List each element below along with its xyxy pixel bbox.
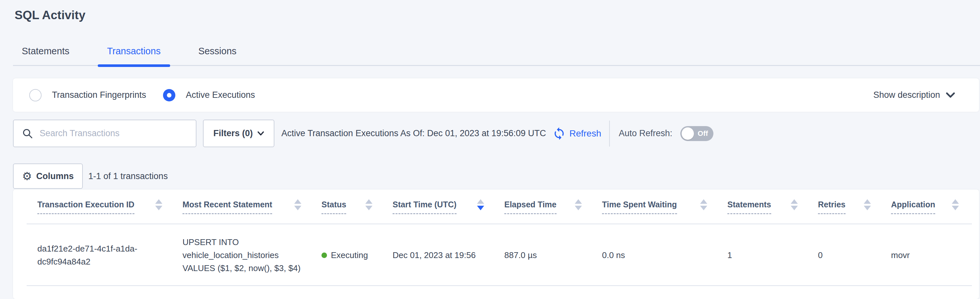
column-header-time-spent-waiting[interactable]: Time Spent Waiting [602, 189, 727, 224]
radio-selected-icon[interactable] [163, 89, 175, 101]
cell-statements: 1 [727, 249, 818, 262]
cell-transaction-execution-id[interactable]: da1f21e2-de71-4c1f-a1da-dc9fc94a84a2 [37, 242, 177, 268]
sort-arrows-icon[interactable] [791, 199, 798, 210]
sort-arrows-icon[interactable] [952, 199, 959, 210]
tab-sessions[interactable]: Sessions [180, 45, 256, 66]
transactions-table: Transaction Execution ID Most Recent Sta… [13, 189, 979, 299]
result-count: 1-1 of 1 transactions [88, 171, 168, 181]
toggle-knob-icon [682, 127, 694, 140]
show-description-button[interactable]: Show description [873, 90, 955, 100]
table-header-row: Transaction Execution ID Most Recent Sta… [13, 189, 979, 224]
sql-activity-tabs: Statements Transactions Sessions [0, 45, 980, 66]
executing-status-dot-icon [321, 253, 327, 258]
sort-arrows-icon[interactable] [700, 199, 707, 210]
column-header-retries[interactable]: Retries [818, 189, 891, 224]
column-header-start-time[interactable]: Start Time (UTC) [393, 189, 504, 224]
cell-start-time: Dec 01, 2023 at 19:56 [393, 249, 504, 262]
status-label: Executing [331, 249, 368, 262]
table-controls-row: ⚙ Columns 1-1 of 1 transactions [13, 163, 979, 189]
column-header-statements[interactable]: Statements [727, 189, 818, 224]
cell-application: movr [891, 249, 979, 262]
column-header-transaction-execution-id[interactable]: Transaction Execution ID [37, 189, 183, 224]
refresh-button[interactable]: Refresh [552, 127, 601, 141]
tab-transactions[interactable]: Transactions [88, 45, 180, 66]
radio-transaction-fingerprints[interactable]: Transaction Fingerprints [29, 89, 146, 101]
cell-retries: 0 [818, 249, 891, 262]
radio-active-executions[interactable]: Active Executions [163, 89, 255, 101]
cell-elapsed-time: 887.0 µs [504, 249, 602, 262]
cell-status: Executing [321, 249, 393, 262]
table-row[interactable]: da1f21e2-de71-4c1f-a1da-dc9fc94a84a2 UPS… [13, 224, 979, 286]
tab-statements[interactable]: Statements [3, 45, 88, 66]
chevron-down-icon [946, 92, 955, 98]
auto-refresh-toggle[interactable]: Off [680, 126, 713, 141]
sort-arrows-icon[interactable] [477, 199, 484, 210]
search-input[interactable] [40, 128, 189, 138]
transactions-toolbar: Filters (0) Active Transaction Execution… [13, 120, 979, 147]
toggle-state-label: Off [698, 130, 708, 138]
radio-unselected-icon[interactable] [29, 89, 41, 101]
vertical-divider [609, 121, 610, 147]
view-mode-card: Transaction Fingerprints Active Executio… [13, 78, 979, 112]
view-mode-radio-group: Transaction Fingerprints Active Executio… [29, 89, 255, 101]
search-icon [22, 128, 33, 139]
column-header-elapsed-time[interactable]: Elapsed Time [504, 189, 602, 224]
column-header-application[interactable]: Application [891, 189, 979, 224]
sort-arrows-icon[interactable] [575, 199, 582, 210]
sort-arrows-icon[interactable] [294, 199, 301, 210]
refresh-icon [552, 127, 566, 141]
sort-arrows-icon[interactable] [155, 199, 162, 210]
page-title: SQL Activity [14, 8, 980, 22]
filters-button[interactable]: Filters (0) [203, 120, 274, 147]
column-header-status[interactable]: Status [321, 189, 393, 224]
cell-most-recent-statement: UPSERT INTO vehicle_location_histories V… [183, 236, 314, 275]
column-header-most-recent-statement[interactable]: Most Recent Statement [183, 189, 321, 224]
as-of-timestamp: Active Transaction Executions As Of: Dec… [282, 128, 546, 138]
cell-time-spent-waiting: 0.0 ns [602, 249, 727, 262]
chevron-down-icon [258, 131, 264, 136]
auto-refresh-label: Auto Refresh: [619, 128, 673, 138]
gear-icon: ⚙ [22, 171, 32, 182]
search-box[interactable] [13, 120, 196, 147]
sort-arrows-icon[interactable] [365, 199, 372, 210]
columns-button[interactable]: ⚙ Columns [13, 163, 83, 189]
sort-arrows-icon[interactable] [864, 199, 871, 210]
